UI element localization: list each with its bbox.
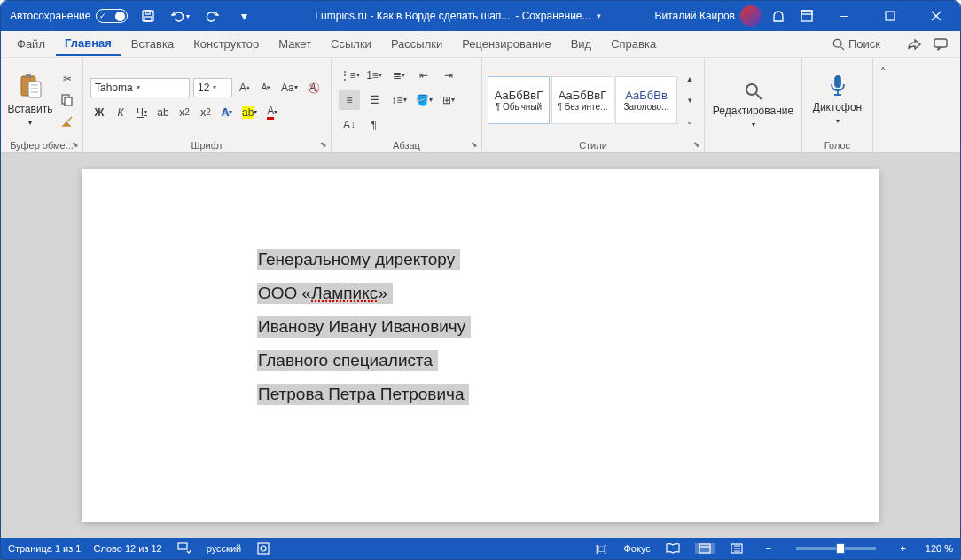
line-spacing-icon[interactable]: ↕≡▾ <box>388 90 410 110</box>
ribbon: Вставить ▾ ✂ Буфер обме... ⬊ Tahoma▾ 12▾ <box>1 58 960 153</box>
shrink-font-icon[interactable]: A▾ <box>257 78 275 97</box>
document-area[interactable]: Генеральному директору ООО «Лампикс» Ива… <box>1 153 960 538</box>
underline-button[interactable]: Ч▾ <box>133 103 151 122</box>
superscript-button[interactable]: x2 <box>197 103 215 122</box>
tab-mailings[interactable]: Рассылки <box>382 33 451 55</box>
title-bar: Автосохранение ✓ ▾ ▾ Lumpics.ru - Как в … <box>1 1 960 31</box>
shading-icon[interactable]: 🪣▾ <box>413 90 434 110</box>
show-marks-icon[interactable]: ¶ <box>363 115 385 135</box>
font-launcher-icon[interactable]: ⬊ <box>320 140 327 149</box>
decrease-indent-icon[interactable]: ⇤ <box>413 66 434 85</box>
macro-icon[interactable] <box>254 542 273 555</box>
group-editing: Редактирование ▾ <box>705 58 802 152</box>
bold-button[interactable]: Ж <box>90 103 108 122</box>
doc-line-5[interactable]: Петрова Петра Петровича <box>257 384 469 405</box>
group-voice: Диктофон ▾ Голос <box>802 58 873 152</box>
doc-line-3[interactable]: Иванову Ивану Ивановичу <box>257 316 471 338</box>
tab-layout[interactable]: Макет <box>270 33 320 55</box>
doc-title: Lumpics.ru - Как в Ворде сделать шап... <box>315 10 510 22</box>
doc-line-4[interactable]: Главного специалиста <box>257 350 438 371</box>
numbering-icon[interactable]: 1≡▾ <box>363 66 385 85</box>
svg-rect-5 <box>886 12 895 20</box>
status-words[interactable]: Слово 12 из 12 <box>93 543 161 554</box>
doc-line-2[interactable]: ООО «Лампикс» <box>257 283 393 304</box>
zoom-out-icon[interactable]: − <box>759 543 778 554</box>
tab-view[interactable]: Вид <box>562 33 601 55</box>
clear-format-icon[interactable]: A⃠ <box>304 78 322 97</box>
dictate-button[interactable]: Диктофон ▾ <box>814 65 862 136</box>
maximize-button[interactable] <box>870 1 910 31</box>
tab-insert[interactable]: Вставка <box>122 33 183 55</box>
increase-indent-icon[interactable]: ⇥ <box>438 66 459 85</box>
tab-design[interactable]: Конструктор <box>184 33 268 55</box>
read-mode-icon[interactable] <box>663 543 683 554</box>
cut-icon[interactable]: ✂ <box>58 71 77 87</box>
search-label: Поиск <box>848 37 880 51</box>
bullets-icon[interactable]: ⋮≡▾ <box>339 66 360 85</box>
font-color-icon[interactable]: A▾ <box>263 103 281 122</box>
subscript-button[interactable]: x2 <box>176 103 193 122</box>
text-effects-icon[interactable]: A▾ <box>218 103 236 122</box>
styles-up-icon[interactable]: ▴ <box>681 69 699 89</box>
style-nospacing[interactable]: АаБбВвГ¶ Без инте... <box>551 76 613 124</box>
ribbon-display-icon[interactable] <box>795 4 818 27</box>
tab-home[interactable]: Главная <box>56 32 121 56</box>
doc-line-1[interactable]: Генеральному директору <box>257 249 460 270</box>
paste-button[interactable]: Вставить ▾ <box>6 65 54 136</box>
borders-icon[interactable]: ⊞▾ <box>438 90 459 110</box>
tab-help[interactable]: Справка <box>602 33 665 55</box>
highlight-icon[interactable]: ab▾ <box>239 103 260 122</box>
change-case-icon[interactable]: Aa▾ <box>278 78 301 97</box>
focus-mode-icon[interactable]: [□] <box>592 543 612 554</box>
styles-more-icon[interactable]: ⌄ <box>681 112 699 131</box>
search-box[interactable]: Поиск <box>832 37 880 51</box>
font-name-combo[interactable]: Tahoma▾ <box>90 78 190 97</box>
style-heading1[interactable]: АаБбВвЗаголово... <box>615 76 677 124</box>
close-button[interactable] <box>916 1 957 31</box>
status-language[interactable]: русский <box>207 543 241 554</box>
undo-icon[interactable]: ▾ <box>168 4 191 27</box>
minimize-button[interactable]: ─ <box>824 1 864 31</box>
page[interactable]: Генеральному директору ООО «Лампикс» Ива… <box>82 169 879 522</box>
grow-font-icon[interactable]: A▴ <box>236 78 254 97</box>
tab-file[interactable]: Файл <box>8 33 54 55</box>
spellcheck-icon[interactable] <box>175 542 194 555</box>
comments-icon[interactable] <box>928 34 953 55</box>
format-painter-icon[interactable] <box>58 113 77 129</box>
share-icon[interactable] <box>902 34 926 55</box>
style-normal[interactable]: АаБбВвГ¶ Обычный <box>488 76 550 124</box>
editing-button[interactable]: Редактирование ▾ <box>730 70 777 141</box>
strike-button[interactable]: ab <box>154 103 172 122</box>
web-layout-icon[interactable] <box>727 543 746 554</box>
coming-soon-icon[interactable] <box>767 4 790 27</box>
align-left-icon[interactable]: ≡ <box>339 90 360 110</box>
autosave-toggle[interactable]: Автосохранение ✓ <box>10 9 128 23</box>
avatar[interactable] <box>740 5 762 27</box>
styles-group-label: Стили <box>579 140 607 151</box>
zoom-slider[interactable] <box>796 547 876 550</box>
para-launcher-icon[interactable]: ⬊ <box>471 140 478 149</box>
save-icon[interactable] <box>137 4 160 27</box>
italic-button[interactable]: К <box>112 103 129 122</box>
menu-bar: Файл Главная Вставка Конструктор Макет С… <box>1 31 960 58</box>
copy-icon[interactable] <box>58 92 77 108</box>
tab-references[interactable]: Ссылки <box>322 33 380 55</box>
print-layout-icon[interactable] <box>695 543 715 554</box>
tab-review[interactable]: Рецензирование <box>453 33 559 55</box>
focus-label[interactable]: Фокус <box>624 543 651 554</box>
sort-icon[interactable]: A↓ <box>339 115 360 135</box>
styles-launcher-icon[interactable]: ⬊ <box>693 140 700 149</box>
qat-dropdown-icon[interactable]: ▾ <box>232 4 255 27</box>
dictate-label: Диктофон <box>813 101 862 113</box>
font-size-combo[interactable]: 12▾ <box>193 78 232 97</box>
group-font: Tahoma▾ 12▾ A▴ A▾ Aa▾ A⃠ Ж К Ч▾ ab x2 x2 <box>83 58 332 152</box>
zoom-in-icon[interactable]: + <box>894 543 913 554</box>
styles-down-icon[interactable]: ▾ <box>681 90 699 110</box>
multilevel-icon[interactable]: ≣▾ <box>388 66 410 85</box>
align-center-icon[interactable]: ☰ <box>363 90 385 110</box>
status-page[interactable]: Страница 1 из 1 <box>8 543 81 554</box>
redo-icon[interactable] <box>200 4 223 27</box>
zoom-value[interactable]: 120 % <box>926 543 953 554</box>
collapse-ribbon-icon[interactable]: ˄ <box>874 63 892 82</box>
clipboard-launcher-icon[interactable]: ⬊ <box>72 140 79 149</box>
